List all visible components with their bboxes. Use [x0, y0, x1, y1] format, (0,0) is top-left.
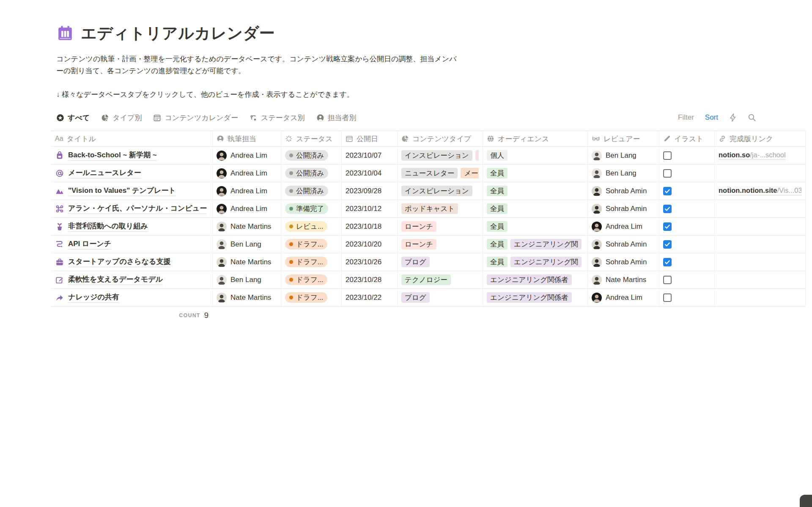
illustration-checkbox[interactable]: [663, 258, 672, 266]
calendar-purple-icon[interactable]: [56, 25, 74, 42]
publish-date-cell[interactable]: 2023/10/12: [342, 200, 398, 218]
status-cell[interactable]: ドラフ...: [281, 253, 342, 271]
status-cell[interactable]: レビュ...: [281, 218, 342, 236]
column-header-status[interactable]: ステータス: [281, 131, 342, 147]
audience-cell[interactable]: 全員: [483, 182, 588, 200]
tag-pill[interactable]: テクノロジー: [401, 274, 451, 285]
title-cell[interactable]: ナレッジの共有: [51, 289, 213, 307]
tab-view-person[interactable]: 担当者別: [316, 113, 357, 123]
reviewer-cell[interactable]: Nate Martins: [588, 271, 659, 289]
title-cell[interactable]: スタートアップのさらなる支援: [51, 253, 213, 271]
audience-cell[interactable]: 全員: [483, 218, 588, 236]
tag-pill[interactable]: [475, 150, 479, 161]
sort-button[interactable]: Sort: [705, 113, 718, 122]
title-cell[interactable]: 柔軟性を支えるデータモデル: [51, 271, 213, 289]
final-link-cell[interactable]: [715, 236, 806, 253]
author-cell[interactable]: Andrea Lim: [213, 147, 281, 164]
search-icon[interactable]: [748, 113, 756, 122]
audience-cell[interactable]: 個人: [483, 147, 588, 164]
publish-date-cell[interactable]: 2023/09/28: [342, 182, 398, 200]
content-type-cell[interactable]: ローンチ: [398, 236, 483, 253]
author-cell[interactable]: Andrea Lim: [213, 200, 281, 218]
tag-pill[interactable]: 全員: [487, 239, 508, 249]
illustration-checkbox[interactable]: [663, 240, 672, 249]
author-cell[interactable]: Ben Lang: [213, 271, 281, 289]
author-cell[interactable]: Ben Lang: [213, 236, 281, 253]
publish-date-cell[interactable]: 2023/10/18: [342, 218, 398, 236]
publish-date-cell[interactable]: 2023/10/26: [342, 253, 398, 271]
row-count[interactable]: COUNT 9: [51, 307, 213, 324]
reviewer-cell[interactable]: Sohrab Amin: [588, 236, 659, 253]
help-widget[interactable]: [800, 495, 812, 507]
tag-pill[interactable]: エンジニアリング関: [510, 239, 582, 249]
tab-view-cycle[interactable]: ステータス別: [250, 113, 305, 123]
publish-date-cell[interactable]: 2023/10/07: [342, 147, 398, 164]
audience-cell[interactable]: エンジニアリング関係者: [483, 271, 588, 289]
publish-date-cell[interactable]: 2023/10/04: [342, 164, 398, 182]
content-type-cell[interactable]: ローンチ: [398, 218, 483, 236]
tag-pill[interactable]: インスピレーション: [401, 150, 472, 161]
title-cell[interactable]: メールニュースレター: [51, 164, 213, 182]
final-link[interactable]: notion.so/ja-...school: [719, 151, 786, 160]
tag-pill[interactable]: エンジニアリング関係者: [487, 292, 572, 303]
reviewer-cell[interactable]: Andrea Lim: [588, 218, 659, 236]
illustration-checkbox[interactable]: [663, 169, 672, 178]
status-cell[interactable]: 準備完了: [281, 200, 342, 218]
publish-date-cell[interactable]: 2023/10/22: [342, 289, 398, 307]
column-header-audience[interactable]: オーディエンス: [483, 131, 588, 147]
content-type-cell[interactable]: ブログ: [398, 289, 483, 307]
audience-cell[interactable]: 全員: [483, 164, 588, 182]
tag-pill[interactable]: ブログ: [401, 257, 430, 267]
audience-cell[interactable]: 全員エンジニアリング関: [483, 236, 588, 253]
final-link[interactable]: notion.notion.site/Vis...036: [719, 186, 801, 195]
tag-pill[interactable]: 全員: [487, 203, 508, 214]
status-cell[interactable]: 公開済み: [281, 164, 342, 182]
filter-button[interactable]: Filter: [678, 113, 694, 122]
illustration-checkbox[interactable]: [663, 276, 672, 284]
final-link-cell[interactable]: [715, 218, 806, 236]
title-cell[interactable]: Back-to-School ~ 新学期 ~: [51, 147, 213, 164]
tag-pill[interactable]: メー: [461, 168, 479, 178]
publish-date-cell[interactable]: 2023/10/28: [342, 271, 398, 289]
tag-pill[interactable]: ローンチ: [401, 239, 436, 249]
tag-pill[interactable]: 全員: [487, 257, 508, 267]
author-cell[interactable]: Andrea Lim: [213, 164, 281, 182]
reviewer-cell[interactable]: Sohrab Amin: [588, 182, 659, 200]
reviewer-cell[interactable]: Sohrab Amin: [588, 200, 659, 218]
final-link-cell[interactable]: notion.notion.site/Vis...036: [715, 182, 806, 200]
tab-view-chart[interactable]: タイプ別: [101, 113, 142, 123]
tag-pill[interactable]: ニュースレター: [401, 168, 458, 178]
column-header-link[interactable]: 完成版リンク: [715, 131, 806, 147]
status-cell[interactable]: ドラフ...: [281, 289, 342, 307]
audience-cell[interactable]: 全員: [483, 200, 588, 218]
column-header-type[interactable]: コンテンツタイプ: [398, 131, 483, 147]
content-type-cell[interactable]: ニュースレターメー: [398, 164, 483, 182]
column-header-date[interactable]: 公開日: [342, 131, 398, 147]
tab-view-calendar[interactable]: コンテンツカレンダー: [153, 113, 238, 123]
tab-view-all[interactable]: すべて: [56, 113, 90, 123]
final-link-cell[interactable]: [715, 164, 806, 182]
illustration-checkbox[interactable]: [663, 205, 672, 213]
tag-pill[interactable]: ローンチ: [401, 221, 436, 232]
content-type-cell[interactable]: ポッドキャスト: [398, 200, 483, 218]
tag-pill[interactable]: 全員: [487, 186, 508, 196]
tag-pill[interactable]: ブログ: [401, 292, 430, 303]
reviewer-cell[interactable]: Sohrab Amin: [588, 253, 659, 271]
final-link-cell[interactable]: [715, 253, 806, 271]
final-link-cell[interactable]: [715, 289, 806, 307]
illustration-checkbox[interactable]: [663, 222, 672, 231]
column-header-title[interactable]: Aaタイトル: [51, 131, 213, 147]
column-header-illustration[interactable]: イラスト: [659, 131, 715, 147]
status-cell[interactable]: ドラフ...: [281, 236, 342, 253]
audience-cell[interactable]: 全員エンジニアリング関: [483, 253, 588, 271]
automation-icon[interactable]: [729, 113, 737, 122]
author-cell[interactable]: Nate Martins: [213, 218, 281, 236]
column-header-reviewer[interactable]: レビュアー: [588, 131, 659, 147]
reviewer-cell[interactable]: Ben Lang: [588, 164, 659, 182]
content-type-cell[interactable]: インスピレーション: [398, 182, 483, 200]
content-type-cell[interactable]: ブログ: [398, 253, 483, 271]
final-link-cell[interactable]: [715, 271, 806, 289]
tag-pill[interactable]: 全員: [487, 221, 508, 232]
tag-pill[interactable]: インスピレーション: [401, 186, 472, 196]
author-cell[interactable]: Nate Martins: [213, 253, 281, 271]
